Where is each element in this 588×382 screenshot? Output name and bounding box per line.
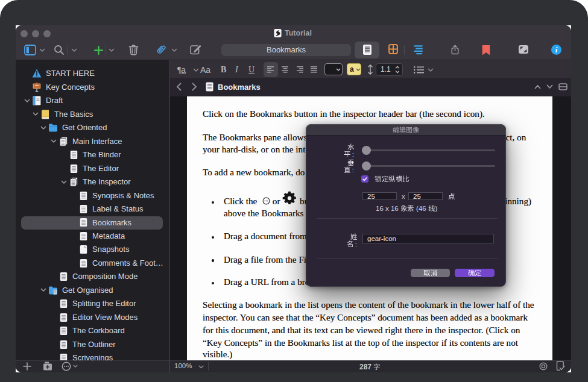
svg-text:i: i bbox=[555, 45, 558, 54]
